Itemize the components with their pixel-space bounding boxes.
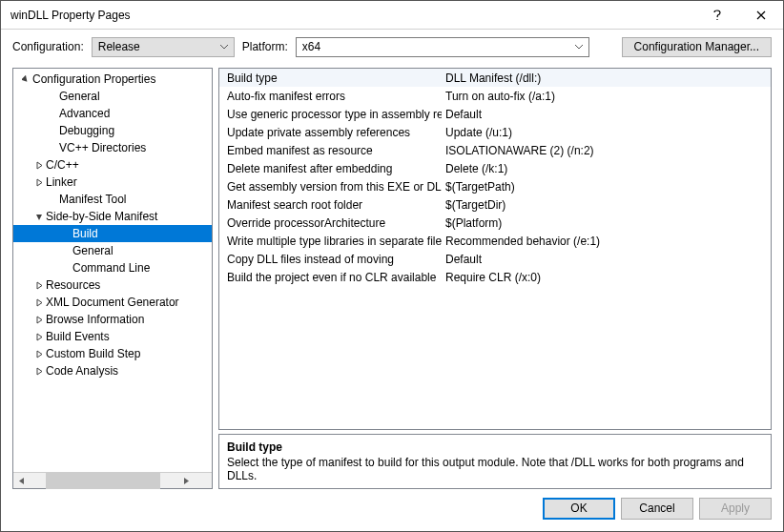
tree-item[interactable]: Code Analysis <box>13 362 212 379</box>
config-manager-button[interactable]: Configuration Manager... <box>622 37 772 57</box>
property-value[interactable]: Require CLR (/x:0) <box>442 271 771 284</box>
grid-row[interactable]: Update private assembly referencesUpdate… <box>219 123 771 141</box>
expander-closed-icon[interactable] <box>32 298 46 307</box>
expander-closed-icon[interactable] <box>32 350 46 358</box>
scroll-left-icon[interactable] <box>13 473 30 489</box>
apply-button: Apply <box>699 498 772 520</box>
tree-root[interactable]: Configuration Properties <box>13 71 212 88</box>
expander-closed-icon[interactable] <box>32 316 46 324</box>
description-panel: Build type Select the type of manifest t… <box>218 434 772 489</box>
expander-closed-icon[interactable] <box>32 333 46 341</box>
grid-row[interactable]: Write multiple type libraries in separat… <box>219 232 771 250</box>
tree-item[interactable]: Side-by-Side Manifest <box>13 208 212 225</box>
ok-button[interactable]: OK <box>543 498 615 520</box>
tree-item-label: Custom Build Step <box>46 347 140 360</box>
grid-row[interactable]: Manifest search root folder$(TargetDir) <box>219 195 771 214</box>
tree-item[interactable]: C/C++ <box>13 156 212 174</box>
tree[interactable]: Configuration Properties GeneralAdvanced… <box>13 69 212 472</box>
property-name: Use generic processor type in assembly r… <box>219 108 442 121</box>
expander-open-icon[interactable] <box>19 75 32 84</box>
property-name: Build the project even if no CLR availab… <box>219 271 442 284</box>
grid-row[interactable]: Embed manifest as resourceISOLATIONAWARE… <box>219 141 771 159</box>
tree-item-label: Manifest Tool <box>59 193 126 206</box>
tree-item[interactable]: Build <box>13 225 212 242</box>
property-name: Update private assembly references <box>219 126 442 139</box>
tree-item[interactable]: Build Events <box>13 328 212 345</box>
property-value[interactable]: $(Platform) <box>442 216 771 230</box>
property-name: Manifest search root folder <box>219 198 442 212</box>
configuration-combo[interactable]: Release <box>92 37 235 57</box>
tree-item[interactable]: Debugging <box>13 122 212 139</box>
close-button[interactable] <box>739 1 783 30</box>
property-grid[interactable]: Build typeDLL Manifest (/dll:)Auto-fix m… <box>218 68 772 430</box>
property-value[interactable]: $(TargetPath) <box>442 180 771 194</box>
grid-row[interactable]: Auto-fix manifest errorsTurn on auto-fix… <box>219 87 771 105</box>
footer: OK Cancel Apply <box>1 489 783 527</box>
platform-combo[interactable]: x64 <box>296 37 589 57</box>
tree-item-label: Command Line <box>72 261 150 275</box>
config-manager-label: Configuration Manager... <box>634 40 759 53</box>
tree-hscrollbar[interactable] <box>13 472 212 488</box>
tree-item-label: General <box>72 244 113 257</box>
grid-row[interactable]: Copy DLL files instead of movingDefault <box>219 250 771 268</box>
property-value[interactable]: Default <box>442 108 771 121</box>
titlebar: winDLL Property Pages <box>1 1 783 30</box>
chevron-down-icon <box>220 45 228 50</box>
right-panel: Build typeDLL Manifest (/dll:)Auto-fix m… <box>218 68 772 489</box>
expander-closed-icon[interactable] <box>32 161 46 170</box>
property-value[interactable]: Update (/u:1) <box>442 126 771 139</box>
property-name: Auto-fix manifest errors <box>219 90 442 103</box>
tree-item[interactable]: Manifest Tool <box>13 191 212 208</box>
tree-item-label: Resources <box>46 278 100 292</box>
property-name: Delete manifest after embedding <box>219 162 442 175</box>
property-value[interactable]: $(TargetDir) <box>442 198 771 212</box>
expander-closed-icon[interactable] <box>32 178 46 187</box>
tree-root-label: Configuration Properties <box>32 72 155 86</box>
expander-closed-icon[interactable] <box>32 367 46 376</box>
grid-row[interactable]: Use generic processor type in assembly r… <box>219 105 771 123</box>
property-value[interactable]: Delete (/k:1) <box>442 162 771 175</box>
property-value[interactable]: DLL Manifest (/dll:) <box>442 72 771 85</box>
tree-item-label: XML Document Generator <box>46 296 179 309</box>
tree-item-label: Build <box>72 227 98 240</box>
tree-item[interactable]: XML Document Generator <box>13 294 212 311</box>
tree-item[interactable]: Linker <box>13 174 212 191</box>
property-value[interactable]: Recommended behavior (/e:1) <box>442 235 771 248</box>
tree-item[interactable]: Command Line <box>13 259 212 276</box>
grid-row[interactable]: Build the project even if no CLR availab… <box>219 268 771 286</box>
tree-item[interactable]: General <box>13 242 212 259</box>
cancel-button[interactable]: Cancel <box>621 498 693 520</box>
tree-item[interactable]: General <box>13 88 212 105</box>
platform-label: Platform: <box>242 40 288 53</box>
property-name: Embed manifest as resource <box>219 144 442 157</box>
expander-open-icon[interactable] <box>32 213 46 221</box>
expander-closed-icon[interactable] <box>32 281 46 290</box>
grid-row[interactable]: Get assembly version from this EXE or DL… <box>219 177 771 195</box>
description-body: Select the type of manifest to build for… <box>227 456 763 482</box>
tree-item[interactable]: Advanced <box>13 105 212 122</box>
scroll-thumb[interactable] <box>46 473 160 489</box>
apply-label: Apply <box>721 501 750 515</box>
property-name: Get assembly version from this EXE or DL… <box>219 180 442 194</box>
tree-item-label: General <box>59 90 100 103</box>
tree-item[interactable]: Resources <box>13 276 212 294</box>
property-value[interactable]: Turn on auto-fix (/a:1) <box>442 90 771 103</box>
grid-row[interactable]: Build typeDLL Manifest (/dll:) <box>219 69 771 87</box>
tree-item-label: Browse Information <box>46 313 144 326</box>
scroll-right-icon[interactable] <box>160 473 212 489</box>
property-name: Copy DLL files instead of moving <box>219 253 442 266</box>
grid-row[interactable]: Delete manifest after embeddingDelete (/… <box>219 159 771 177</box>
property-value[interactable]: Default <box>442 253 771 266</box>
tree-item-label: C/C++ <box>46 158 79 172</box>
help-button[interactable] <box>695 1 739 30</box>
tree-item-label: Build Events <box>46 330 110 343</box>
tree-item-label: Debugging <box>59 124 114 137</box>
tree-item-label: Linker <box>46 175 77 189</box>
tree-item[interactable]: Custom Build Step <box>13 345 212 362</box>
property-value[interactable]: ISOLATIONAWARE (2) (/n:2) <box>442 144 771 157</box>
tree-item-label: Advanced <box>59 107 110 120</box>
tree-item[interactable]: VC++ Directories <box>13 139 212 156</box>
grid-row[interactable]: Override processorArchitecture$(Platform… <box>219 214 771 232</box>
tree-item[interactable]: Browse Information <box>13 311 212 328</box>
configuration-label: Configuration: <box>12 40 84 53</box>
